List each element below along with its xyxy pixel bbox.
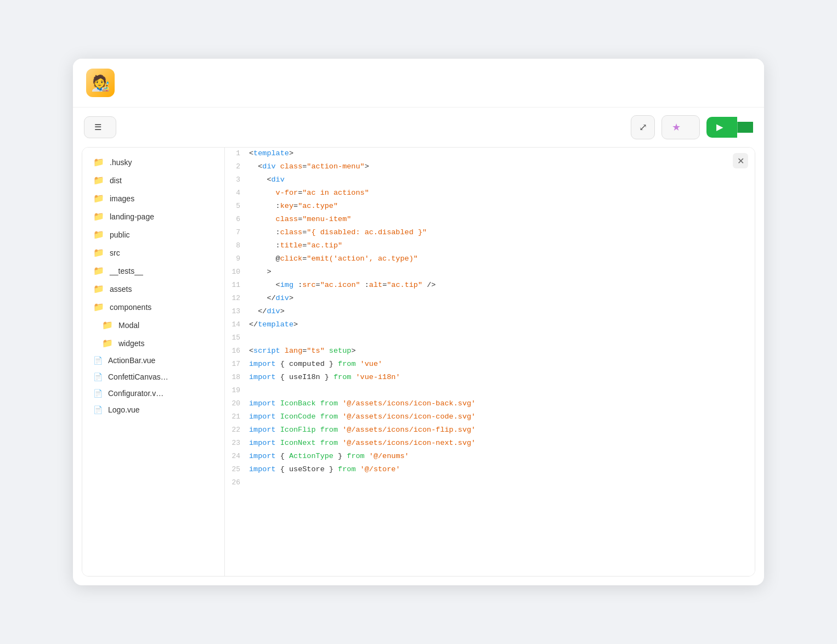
line-content: @click="emit('action', ac.type)": [249, 253, 755, 265]
sidebar-item-widgets[interactable]: 📁widgets: [82, 334, 224, 352]
line-content: import { useStore } from '@/store': [249, 464, 755, 476]
sidebar-item-ActionBar[interactable]: 📄ActionBar.vue: [82, 352, 224, 369]
star-icon: ★: [672, 121, 681, 133]
line-number: 21: [225, 411, 249, 422]
toolbar: ☰ ⤢ ★ ▶: [73, 108, 764, 147]
folder-icon: 📁: [93, 284, 104, 294]
sidebar-item-components[interactable]: 📁components: [82, 298, 224, 316]
folder-icon: 📁: [93, 211, 104, 222]
code-line-8: 8 :title="ac.tip": [225, 240, 755, 253]
folder-icon: 📁: [93, 157, 104, 167]
main-content: 📁.husky📁dist📁images📁landing-page📁public📁…: [82, 147, 755, 577]
sidebar-item-ConfettiCanvas[interactable]: 📄ConfettiCanvas…: [82, 369, 224, 385]
line-content: [249, 385, 755, 397]
sidebar-item-assets[interactable]: 📁assets: [82, 280, 224, 298]
folder-icon: 📁: [93, 193, 104, 204]
folder-icon: 📁: [93, 229, 104, 240]
line-number: 17: [225, 358, 249, 370]
line-number: 20: [225, 398, 249, 409]
sidebar-item-tests[interactable]: 📁__tests__: [82, 262, 224, 280]
line-content: :key="ac.type": [249, 200, 755, 212]
line-content: import IconBack from '@/assets/icons/ico…: [249, 398, 755, 410]
run-button[interactable]: ▶: [706, 117, 753, 138]
sidebar-item-images[interactable]: 📁images: [82, 189, 224, 207]
line-number: 16: [225, 345, 249, 357]
sidebar-item-label: Logo.vue: [108, 405, 140, 414]
line-content: class="menu-item": [249, 213, 755, 225]
sidebar-item-Modal[interactable]: 📁Modal: [82, 316, 224, 334]
code-line-19: 19: [225, 385, 755, 398]
close-files-button[interactable]: ☰: [84, 116, 116, 138]
sidebar-item-public[interactable]: 📁public: [82, 225, 224, 244]
code-line-14: 14</template>: [225, 319, 755, 332]
line-number: 9: [225, 253, 249, 264]
sidebar-item-Configurator[interactable]: 📄Configurator.v…: [82, 385, 224, 402]
line-number: 19: [225, 385, 249, 396]
code-line-9: 9 @click="emit('action', ac.type)": [225, 253, 755, 266]
sidebar-item-label: public: [110, 230, 130, 239]
code-area: ✕ 1<template>2 <div class="action-menu">…: [225, 148, 755, 576]
code-line-1: 1<template>: [225, 148, 755, 161]
line-number: 26: [225, 477, 249, 488]
line-number: 18: [225, 371, 249, 383]
file-icon: 📄: [93, 372, 103, 381]
folder-icon: 📁: [93, 265, 104, 276]
expand-button[interactable]: ⤢: [631, 115, 655, 139]
line-number: 25: [225, 464, 249, 475]
run-count-button[interactable]: [737, 122, 753, 133]
code-line-17: 17import { computed } from 'vue': [225, 358, 755, 371]
line-content: <div class="action-menu">: [249, 161, 755, 173]
code-line-22: 22import IconFlip from '@/assets/icons/i…: [225, 424, 755, 437]
sidebar-item-label: Modal: [118, 321, 139, 330]
sidebar-item-label: dist: [110, 176, 122, 185]
header: 🧑‍🎨: [73, 59, 764, 108]
code-line-24: 24import { ActionType } from '@/enums': [225, 450, 755, 464]
close-code-button[interactable]: ✕: [733, 153, 748, 168]
line-content: [249, 477, 755, 489]
code-line-4: 4 v-for="ac in actions": [225, 187, 755, 200]
line-content: import { ActionType } from '@/enums': [249, 450, 755, 462]
starred-button[interactable]: ★: [661, 115, 700, 139]
line-number: 10: [225, 266, 249, 278]
line-number: 23: [225, 437, 249, 449]
code-block[interactable]: 1<template>2 <div class="action-menu">3 …: [225, 148, 755, 576]
sidebar-item-label: ActionBar.vue: [108, 356, 155, 365]
line-content: import IconFlip from '@/assets/icons/ico…: [249, 424, 755, 436]
code-line-5: 5 :key="ac.type": [225, 200, 755, 213]
sidebar-item-landing-page[interactable]: 📁landing-page: [82, 207, 224, 225]
sidebar-item-label: ConfettiCanvas…: [108, 372, 168, 381]
folder-icon: 📁: [93, 302, 104, 312]
file-icon: 📄: [93, 356, 103, 365]
sidebar-item-src[interactable]: 📁src: [82, 244, 224, 262]
run-main-button[interactable]: ▶: [706, 117, 737, 138]
code-line-6: 6 class="menu-item": [225, 213, 755, 227]
sidebar-item-Logo[interactable]: 📄Logo.vue: [82, 402, 224, 418]
code-line-3: 3 <div: [225, 174, 755, 187]
line-number: 12: [225, 292, 249, 304]
line-content: <div: [249, 174, 755, 186]
line-content: </div>: [249, 292, 755, 304]
line-content: import IconNext from '@/assets/icons/ico…: [249, 437, 755, 449]
sidebar-item-husky[interactable]: 📁.husky: [82, 153, 224, 171]
line-content: <script lang="ts" setup>: [249, 345, 755, 357]
line-content: import IconCode from '@/assets/icons/ico…: [249, 411, 755, 423]
line-content: :title="ac.tip": [249, 240, 755, 252]
line-number: 22: [225, 424, 249, 436]
line-content: </template>: [249, 319, 755, 331]
sidebar-item-label: images: [110, 194, 134, 203]
expand-icon: ⤢: [639, 121, 647, 133]
code-line-13: 13 </div>: [225, 306, 755, 319]
sidebar-item-label: src: [110, 248, 120, 257]
play-icon: ▶: [716, 122, 723, 132]
code-line-20: 20import IconBack from '@/assets/icons/i…: [225, 398, 755, 411]
sidebar-item-dist[interactable]: 📁dist: [82, 171, 224, 189]
code-line-21: 21import IconCode from '@/assets/icons/i…: [225, 411, 755, 424]
line-number: 6: [225, 213, 249, 225]
menu-icon: ☰: [94, 122, 101, 132]
more-button[interactable]: [731, 73, 751, 93]
line-number: 5: [225, 200, 249, 212]
line-number: 7: [225, 227, 249, 238]
line-content: <img :src="ac.icon" :alt="ac.tip" />: [249, 279, 755, 291]
line-number: 8: [225, 240, 249, 251]
code-line-26: 26: [225, 477, 755, 490]
